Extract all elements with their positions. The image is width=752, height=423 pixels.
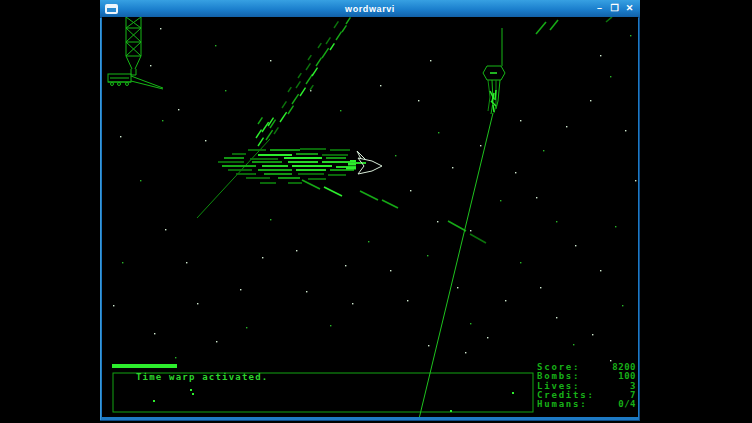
debris-dash bbox=[316, 58, 322, 66]
star bbox=[240, 289, 241, 290]
minimize-button[interactable]: – bbox=[593, 2, 606, 14]
debris-dash bbox=[346, 17, 350, 24]
debris-stream bbox=[256, 17, 350, 146]
star bbox=[113, 305, 114, 306]
spark-dash bbox=[360, 191, 378, 200]
star bbox=[480, 145, 481, 146]
radar-blips bbox=[153, 389, 514, 412]
star bbox=[340, 110, 341, 111]
star bbox=[536, 197, 537, 198]
star bbox=[500, 200, 501, 201]
star bbox=[520, 262, 521, 263]
debris-dash bbox=[292, 94, 299, 104]
debris-dash bbox=[308, 55, 311, 60]
star bbox=[246, 327, 247, 328]
debris-dash bbox=[296, 81, 300, 88]
game-viewport[interactable]: Time warp activated. Score: 8200 Bombs: … bbox=[102, 17, 638, 417]
game-scene bbox=[102, 17, 638, 417]
star bbox=[330, 325, 331, 326]
star bbox=[610, 76, 611, 77]
star bbox=[407, 300, 408, 301]
ship-hull bbox=[358, 158, 382, 174]
debris-dash bbox=[258, 117, 262, 124]
debris-dash bbox=[326, 37, 330, 44]
star bbox=[390, 270, 391, 271]
debris-dash bbox=[342, 25, 346, 32]
maximize-button[interactable]: ❒ bbox=[608, 2, 621, 14]
close-button[interactable]: ✕ bbox=[623, 2, 636, 14]
star bbox=[140, 180, 141, 181]
star bbox=[630, 35, 631, 36]
status-message: Time warp activated. bbox=[136, 372, 268, 382]
spark-dashes bbox=[302, 17, 612, 243]
debris-dash bbox=[330, 43, 334, 50]
star bbox=[470, 230, 471, 231]
star bbox=[515, 172, 516, 173]
star bbox=[395, 155, 396, 156]
stat-value: 0/4 bbox=[618, 400, 636, 409]
radar-blip bbox=[192, 393, 194, 395]
star bbox=[622, 305, 623, 306]
star bbox=[556, 221, 557, 222]
spark-dash bbox=[448, 221, 466, 231]
spark-dash bbox=[536, 22, 546, 34]
star bbox=[590, 100, 591, 101]
star bbox=[437, 221, 438, 222]
radar-blip bbox=[450, 410, 452, 412]
health-bar bbox=[112, 364, 177, 368]
star bbox=[635, 180, 636, 181]
alien-gunship bbox=[483, 28, 505, 114]
window-controls: – ❒ ✕ bbox=[593, 2, 636, 14]
window-title: wordwarvi bbox=[100, 4, 640, 14]
spark-dash bbox=[470, 234, 486, 243]
star bbox=[225, 90, 226, 91]
debris-dash bbox=[256, 130, 262, 138]
star bbox=[520, 120, 521, 121]
spark-dash bbox=[302, 180, 320, 189]
star bbox=[465, 352, 466, 353]
window-titlebar[interactable]: wordwarvi – ❒ ✕ bbox=[100, 0, 640, 18]
star bbox=[428, 345, 429, 346]
star bbox=[380, 85, 381, 86]
debris-dash bbox=[262, 122, 269, 132]
star bbox=[162, 120, 163, 121]
star bbox=[160, 28, 161, 29]
star bbox=[296, 250, 297, 251]
star bbox=[470, 323, 471, 324]
spark-dash bbox=[550, 20, 558, 30]
warp-trail bbox=[218, 149, 366, 183]
star bbox=[216, 341, 217, 342]
star bbox=[556, 317, 557, 318]
star bbox=[543, 150, 544, 151]
star bbox=[345, 265, 346, 266]
debris-dash bbox=[300, 88, 306, 96]
star bbox=[368, 241, 369, 242]
wordwarvi-window: wordwarvi – ❒ ✕ bbox=[100, 0, 640, 421]
debris-dash bbox=[282, 101, 286, 108]
star bbox=[175, 357, 176, 358]
star bbox=[452, 167, 453, 168]
debris-dash bbox=[288, 106, 294, 114]
radar-blip bbox=[512, 392, 514, 394]
star bbox=[438, 132, 439, 133]
radar-blip bbox=[153, 400, 155, 402]
debris-dash bbox=[306, 63, 310, 70]
star bbox=[427, 255, 428, 256]
star bbox=[352, 303, 353, 304]
window-menu-icon[interactable] bbox=[105, 4, 118, 14]
star bbox=[120, 136, 121, 137]
star bbox=[505, 300, 506, 301]
star bbox=[306, 291, 307, 292]
star bbox=[262, 257, 263, 258]
debris-dash bbox=[258, 138, 264, 146]
star bbox=[270, 219, 271, 220]
hud-stats-panel: Score: 8200 Bombs: 100 Lives: 3 Credits:… bbox=[537, 363, 636, 409]
tether-beam bbox=[418, 113, 493, 417]
star-field bbox=[113, 28, 636, 361]
star bbox=[625, 130, 626, 131]
gantry-tower bbox=[126, 17, 141, 75]
star bbox=[610, 360, 611, 361]
stat-humans: Humans: 0/4 bbox=[537, 400, 636, 409]
debris-dash bbox=[280, 112, 287, 122]
star bbox=[592, 334, 593, 335]
